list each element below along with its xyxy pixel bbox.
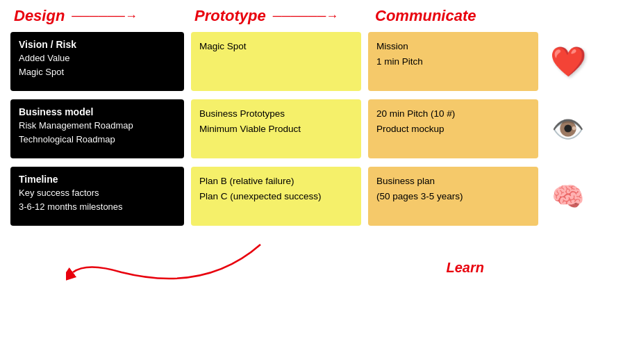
black-cell-2: Business model Risk Management RoadmapTe… — [10, 99, 184, 158]
black-cell-1-title: Vision / Risk — [19, 39, 176, 50]
black-cell-3-sub: Key success factors3-6-12 months milesto… — [19, 186, 176, 213]
orange-cell-2: 20 min Pitch (10 #)Product mockup — [368, 99, 538, 158]
yellow-cell-3: Plan B (relative failure)Plan C (unexpec… — [191, 167, 361, 226]
arrow-prototype: ──────→ — [273, 9, 339, 24]
communicate-title: Communicate — [375, 7, 476, 25]
arrow-design: ──────→ — [72, 9, 138, 24]
black-cell-2-sub: Risk Management RoadmapTechnological Roa… — [19, 119, 176, 146]
grid-row-3: Timeline Key success factors3-6-12 month… — [10, 167, 613, 226]
black-cell-1: Vision / Risk Added ValueMagic Spot — [10, 32, 184, 91]
yellow-cell-1-text: Magic Spot — [199, 39, 353, 54]
orange-cell-3-text: Business plan(50 pages 3-5 years) — [376, 174, 530, 204]
icon-col-1: ❤️ — [545, 44, 590, 78]
heart-icon: ❤️ — [550, 44, 586, 78]
yellow-cell-1: Magic Spot — [191, 32, 361, 91]
yellow-cell-2: Business PrototypesMinimum Viable Produc… — [191, 99, 361, 158]
orange-cell-3: Business plan(50 pages 3-5 years) — [368, 167, 538, 226]
black-cell-2-title: Business model — [19, 106, 176, 117]
yellow-cell-3-text: Plan B (relative failure)Plan C (unexpec… — [199, 174, 353, 204]
header-col-prototype: Prototype ──────→ — [194, 7, 375, 25]
yellow-cell-2-text: Business PrototypesMinimum Viable Produc… — [199, 106, 353, 136]
header-row: Design ──────→ Prototype ──────→ Communi… — [10, 7, 613, 25]
icon-col-3: 🧠 — [545, 181, 590, 212]
orange-cell-1-text: Mission1 min Pitch — [376, 39, 530, 69]
prototype-title: Prototype — [194, 7, 266, 25]
brain-icon: 🧠 — [551, 181, 584, 212]
black-cell-1-sub: Added ValueMagic Spot — [19, 51, 176, 78]
grid-row-1: Vision / Risk Added ValueMagic Spot Magi… — [10, 32, 613, 91]
orange-cell-2-text: 20 min Pitch (10 #)Product mockup — [376, 106, 530, 136]
black-cell-3-title: Timeline — [19, 174, 176, 185]
curved-arrow-svg — [66, 238, 274, 286]
learn-label: Learn — [447, 260, 484, 276]
header-col-communicate: Communicate — [375, 7, 556, 25]
header-col-design: Design ──────→ — [14, 7, 194, 25]
grid-row-2: Business model Risk Management RoadmapTe… — [10, 99, 613, 158]
main-container: Design ──────→ Prototype ──────→ Communi… — [0, 0, 623, 364]
black-cell-3: Timeline Key success factors3-6-12 month… — [10, 167, 184, 226]
orange-cell-1: Mission1 min Pitch — [368, 32, 538, 91]
icon-col-2: 👁️ — [545, 114, 590, 144]
footer-area: Learn — [10, 234, 613, 286]
eye-icon: 👁️ — [551, 114, 584, 144]
design-title: Design — [14, 7, 65, 25]
